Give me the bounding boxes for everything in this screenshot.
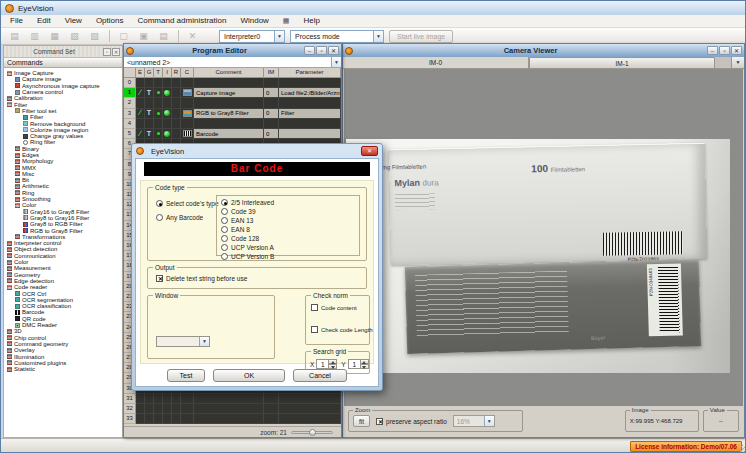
checkbox-icon[interactable] — [311, 326, 318, 333]
cell-command-icon[interactable] — [181, 414, 194, 424]
cell-i[interactable] — [163, 88, 172, 98]
cell-e[interactable] — [136, 394, 145, 404]
any-barcode-radio[interactable]: Any Barcode — [156, 214, 203, 221]
program-row-31[interactable]: 31 — [124, 394, 341, 404]
tab-im-1[interactable]: IM-1 — [529, 57, 715, 68]
program-editor-titlebar[interactable]: Program Editor – ▫ ✕ — [124, 44, 341, 57]
cell-comment[interactable]: Capture image — [194, 88, 264, 98]
cell-parameter[interactable] — [279, 414, 341, 424]
cell-t[interactable] — [154, 129, 163, 139]
cell-e[interactable]: ∕ — [136, 129, 145, 139]
cell-r[interactable] — [172, 394, 181, 404]
row-number[interactable]: 1 — [124, 88, 136, 98]
chevron-down-icon[interactable]: ▼ — [199, 337, 209, 346]
window-list-icon[interactable]: ▦ — [276, 15, 297, 27]
radio-icon[interactable] — [156, 214, 163, 221]
cell-g[interactable] — [145, 404, 154, 414]
program-row-32[interactable]: 32 — [124, 404, 341, 414]
preserve-aspect-checkbox[interactable] — [376, 418, 383, 425]
duplicate-icon[interactable]: ▤ — [156, 30, 171, 43]
radio-icon[interactable] — [221, 253, 228, 260]
row-number[interactable]: 0 — [124, 78, 136, 88]
menu-options[interactable]: Options — [89, 15, 131, 27]
cell-comment[interactable]: Barcode — [194, 129, 264, 139]
cell-e[interactable] — [136, 404, 145, 414]
cell-command-icon[interactable] — [181, 109, 194, 119]
cell-r[interactable] — [172, 129, 181, 139]
program-row-2[interactable]: 2 — [124, 98, 341, 108]
cell-i[interactable] — [163, 414, 172, 424]
cell-command-icon[interactable] — [181, 98, 194, 108]
cell-im[interactable] — [264, 119, 279, 129]
cell-r[interactable] — [172, 88, 181, 98]
cell-im[interactable]: 0 — [264, 109, 279, 119]
menu-edit[interactable]: Edit — [30, 15, 58, 27]
code-type-option-ucp-version-a[interactable]: UCP Version A — [221, 243, 359, 252]
resize-grip[interactable] — [738, 445, 746, 453]
row-number[interactable]: 2 — [124, 98, 136, 108]
window-select[interactable]: ▼ — [156, 336, 210, 347]
menu-help[interactable]: Help — [296, 15, 326, 27]
radio-icon[interactable] — [221, 226, 228, 233]
insert-after-icon[interactable]: ▦ — [47, 30, 62, 43]
code-type-option-2-5-interleaved[interactable]: 2/5 Interleaved — [221, 198, 359, 207]
cell-comment[interactable] — [194, 404, 264, 414]
row-number[interactable]: 33 — [124, 414, 136, 424]
interpreter-select[interactable]: Interpreter0 ▼ — [219, 30, 285, 43]
cell-r[interactable] — [172, 109, 181, 119]
cell-comment[interactable]: RGB to Gray8 Filter — [194, 109, 264, 119]
cell-t[interactable] — [154, 119, 163, 129]
cell-parameter[interactable] — [279, 404, 341, 414]
paste-icon[interactable]: ▣ — [136, 30, 151, 43]
cell-t[interactable] — [154, 88, 163, 98]
cell-e[interactable] — [136, 98, 145, 108]
cell-parameter[interactable] — [279, 394, 341, 404]
cell-comment[interactable] — [194, 414, 264, 424]
cell-i[interactable] — [163, 78, 172, 88]
code-type-option-ean-13[interactable]: EAN 13 — [221, 216, 359, 225]
cell-r[interactable] — [172, 119, 181, 129]
radio-icon[interactable] — [156, 200, 163, 207]
cell-parameter[interactable]: Filter — [279, 109, 341, 119]
cell-comment[interactable] — [194, 394, 264, 404]
chevron-down-icon[interactable]: ▼ — [331, 57, 341, 67]
cell-t[interactable] — [154, 414, 163, 424]
cell-t[interactable] — [154, 98, 163, 108]
move-up-icon[interactable]: ▧ — [67, 30, 82, 43]
cell-im[interactable] — [264, 394, 279, 404]
cell-im[interactable] — [264, 98, 279, 108]
check-norm-option-check-code-length[interactable]: Check code Length — [311, 326, 373, 333]
program-row-0[interactable]: 0 — [124, 78, 341, 88]
delete-text-string-checkbox-row[interactable]: Delete text string before use — [156, 275, 247, 282]
maximize-icon[interactable]: ▫ — [719, 46, 730, 55]
cell-im[interactable]: 0 — [264, 88, 279, 98]
move-down-icon[interactable]: ▨ — [87, 30, 102, 43]
start-live-image-button[interactable]: Start live image — [389, 30, 453, 43]
minimize-icon[interactable]: – — [707, 46, 718, 55]
radio-icon[interactable] — [221, 217, 228, 224]
cancel-button[interactable]: Cancel — [293, 369, 347, 382]
cell-comment[interactable] — [194, 78, 264, 88]
program-row-3[interactable]: 3∕TRGB to Gray8 Filter0Filter — [124, 109, 341, 119]
program-name-select[interactable]: <unnamed 2> ▼ — [124, 57, 341, 68]
cell-im[interactable] — [264, 414, 279, 424]
cell-g[interactable] — [145, 414, 154, 424]
radio-icon[interactable] — [221, 199, 228, 206]
cell-im[interactable]: 0 — [264, 129, 279, 139]
zoom-slider[interactable] — [291, 431, 333, 434]
chevron-down-icon[interactable]: ▼ — [373, 31, 383, 42]
cell-i[interactable] — [163, 129, 172, 139]
viewer-options-dropdown-icon[interactable]: ▼ — [731, 57, 744, 68]
tree-item-statistic[interactable]: Statistic — [4, 366, 122, 372]
cell-e[interactable] — [136, 78, 145, 88]
cell-t[interactable] — [154, 78, 163, 88]
float-panel-icon[interactable]: ▫ — [103, 48, 111, 56]
row-number[interactable]: 3 — [124, 109, 136, 119]
select-code-type-radio[interactable]: Select code's type — [156, 200, 219, 207]
menu-view[interactable]: View — [58, 15, 89, 27]
menu-file[interactable]: File — [3, 15, 30, 27]
cell-g[interactable]: T — [145, 88, 154, 98]
cell-g[interactable] — [145, 78, 154, 88]
checkbox-icon[interactable] — [156, 275, 163, 282]
close-icon[interactable]: ✕ — [361, 146, 378, 156]
